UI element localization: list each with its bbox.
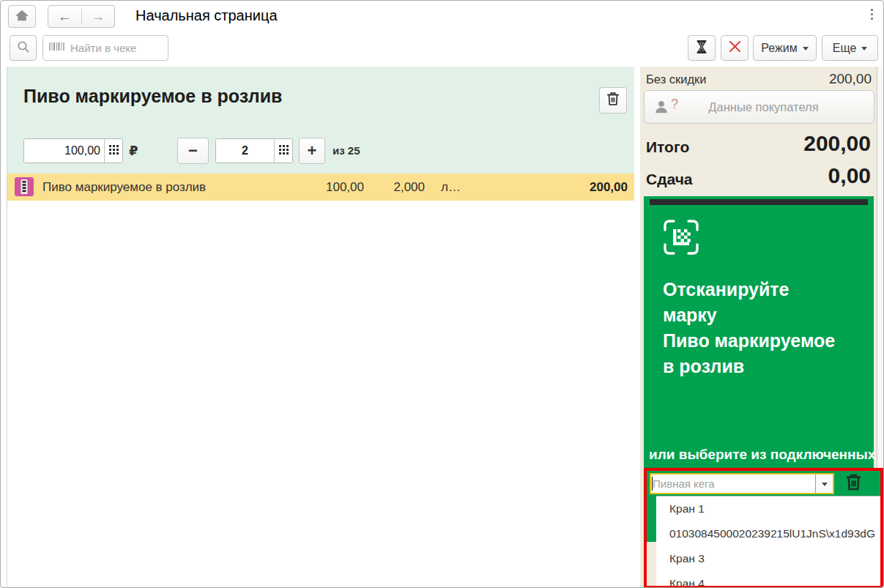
customer-button-label: Данные покупателя: [678, 100, 849, 114]
home-icon: [15, 9, 29, 25]
history-nav-group: ← →: [48, 5, 115, 28]
keg-combo-row: [647, 471, 880, 496]
numpad-icon: [279, 144, 289, 157]
chevron-down-icon: [861, 47, 867, 51]
no-discount-value: 200,00: [829, 71, 872, 87]
scan-product-name: Пиво маркируемое в розлив: [663, 328, 847, 379]
more-button-label: Еще: [833, 42, 857, 55]
quantity-field[interactable]: [215, 138, 293, 163]
receipt-table-row[interactable]: Пиво маркируемое в розлив 100,00 2,000 л…: [7, 174, 634, 201]
decrease-qty-button[interactable]: −: [177, 138, 209, 164]
increase-qty-button[interactable]: +: [299, 138, 325, 164]
row-sum: 200,00: [590, 180, 628, 195]
row-unit: л…: [441, 180, 461, 195]
change-label: Сдача: [646, 171, 693, 188]
person-icon: [653, 99, 669, 115]
text-cursor: [652, 477, 653, 491]
delete-position-button[interactable]: [599, 87, 627, 113]
back-arrow-icon: ←: [58, 9, 72, 25]
chevron-down-icon: [822, 483, 828, 486]
keg-option-code[interactable]: 0103084500020239215lU1JnS\x1d93dG: [656, 521, 880, 546]
search-icon: [17, 40, 30, 56]
question-mark-icon: ?: [671, 97, 678, 112]
chevron-down-icon: [803, 47, 809, 51]
keg-option-kran-4[interactable]: Кран 4: [656, 571, 880, 586]
barcode-icon: [49, 41, 65, 55]
row-product-name: Пиво маркируемое в розлив: [42, 180, 206, 195]
current-position-panel: Пиво маркируемое в розлив: [7, 67, 634, 174]
price-input[interactable]: [24, 139, 104, 163]
keg-selector-region: Кран 1 0103084500020239215lU1JnS\x1d93dG…: [644, 468, 883, 588]
scan-prompt: Отсканируйте марку Пиво маркируемое в ро…: [663, 277, 847, 379]
back-button[interactable]: ←: [48, 9, 82, 25]
keg-input[interactable]: [651, 477, 815, 490]
stock-remainder-label: из 25: [333, 144, 360, 157]
keg-clear-button[interactable]: [841, 472, 866, 494]
menu-kebab-icon[interactable]: [871, 9, 873, 20]
marking-stamp-icon: [15, 177, 34, 199]
close-x-icon: [729, 40, 741, 56]
timer-strip: [650, 199, 868, 205]
receipt-panel: Пиво маркируемое в розлив: [7, 67, 634, 587]
total-value: 200,00: [803, 131, 871, 156]
mode-button-label: Режим: [761, 42, 797, 55]
more-dropdown-button[interactable]: Еще: [822, 35, 878, 61]
datamatrix-scan-icon: [662, 218, 700, 259]
numpad-icon: [109, 144, 119, 157]
row-price: 100,00: [326, 180, 364, 195]
cancel-receipt-button[interactable]: [721, 35, 749, 61]
row-quantity: 2,000: [393, 180, 425, 195]
select-connected-hint: или выберите из подключенных: [649, 447, 875, 463]
qty-numpad-button[interactable]: [274, 139, 292, 163]
receipt-search-field[interactable]: [42, 35, 168, 61]
product-title: Пиво маркируемое в розлив: [23, 86, 282, 107]
keg-combobox[interactable]: [650, 473, 834, 494]
price-numpad-button[interactable]: [104, 139, 122, 163]
home-button[interactable]: [8, 5, 36, 28]
keg-dropdown-button[interactable]: [815, 475, 833, 493]
keg-dropdown-list: Кран 1 0103084500020239215lU1JnS\x1d93dG…: [656, 496, 880, 586]
postpone-receipt-button[interactable]: [688, 35, 716, 61]
search-input[interactable]: [70, 42, 168, 54]
trash-icon: [844, 472, 863, 495]
scan-prompt-line: Отсканируйте марку: [663, 277, 847, 328]
total-label: Итого: [646, 138, 689, 156]
keg-option-kran-3[interactable]: Кран 3: [656, 546, 880, 571]
forward-button[interactable]: →: [82, 9, 115, 25]
quantity-input[interactable]: [216, 139, 274, 163]
forward-arrow-icon: →: [91, 9, 105, 25]
currency-symbol: ₽: [129, 143, 138, 159]
no-discount-label: Без скидки: [646, 72, 707, 86]
customer-data-button[interactable]: ? Данные покупателя: [644, 90, 874, 124]
keg-option-kran-1[interactable]: Кран 1: [656, 496, 880, 521]
page-title: Начальная страница: [135, 7, 278, 24]
hourglass-icon: [695, 40, 708, 57]
change-value: 0,00: [828, 163, 871, 188]
app-window: ← → Начальная страница: [0, 0, 884, 588]
mode-dropdown-button[interactable]: Режим: [753, 35, 817, 61]
search-button[interactable]: [10, 35, 37, 61]
price-field[interactable]: [23, 138, 123, 163]
trash-icon: [605, 91, 621, 110]
